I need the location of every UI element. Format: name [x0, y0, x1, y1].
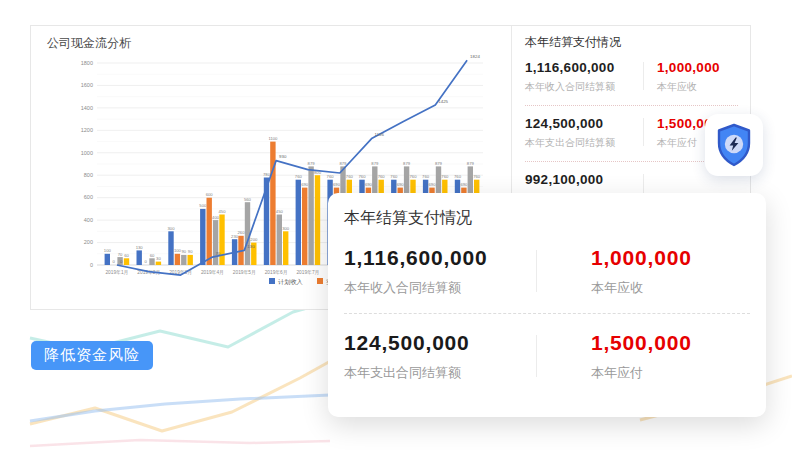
- risk-badge[interactable]: 降低资金风险: [31, 341, 153, 370]
- svg-text:780: 780: [263, 172, 271, 177]
- svg-text:70: 70: [118, 252, 123, 257]
- svg-text:450: 450: [219, 209, 227, 214]
- svg-text:0: 0: [90, 262, 93, 268]
- svg-text:1800: 1800: [81, 60, 93, 66]
- expense-settlement-label: 本年支出合同结算额: [525, 136, 643, 150]
- svg-text:1200: 1200: [81, 127, 93, 133]
- svg-text:690: 690: [460, 182, 468, 187]
- svg-text:计划收入: 计划收入: [278, 278, 303, 285]
- settlement-stats-title: 本年结算支付情况: [525, 34, 750, 51]
- svg-text:1400: 1400: [81, 105, 93, 111]
- svg-text:760: 760: [346, 174, 354, 179]
- svg-text:760: 760: [422, 174, 430, 179]
- svg-text:930: 930: [279, 154, 287, 159]
- svg-text:1425: 1425: [438, 99, 448, 104]
- svg-text:2019年4月: 2019年4月: [201, 270, 224, 276]
- svg-text:760: 760: [410, 174, 418, 179]
- overlay-row-expense: 124,500,000 本年支出合同结算额 1,500,000 本年应付: [344, 331, 750, 382]
- svg-text:450: 450: [276, 209, 284, 214]
- svg-text:800: 800: [84, 172, 93, 178]
- overlay-expense-label: 本年支出合同结算额: [344, 364, 536, 382]
- svg-text:879: 879: [308, 161, 316, 166]
- svg-text:760: 760: [390, 174, 398, 179]
- svg-text:560: 560: [244, 197, 252, 202]
- settlement-overlay-card: 本年结算支付情况 1,116,600,000 本年收入合同结算额 1,000,0…: [328, 193, 766, 417]
- shield-lightning-icon: [714, 123, 754, 167]
- svg-text:1126: 1126: [375, 132, 385, 137]
- svg-text:690: 690: [333, 182, 341, 187]
- svg-text:760: 760: [473, 174, 481, 179]
- expense-settlement-value: 124,500,000: [525, 116, 643, 131]
- svg-text:1000: 1000: [81, 150, 93, 156]
- stat-row-income: 1,116,600,000 本年收入合同结算额 1,000,000 本年应收: [525, 60, 750, 94]
- svg-text:690: 690: [301, 182, 309, 187]
- svg-text:130: 130: [136, 245, 144, 250]
- svg-text:690: 690: [397, 182, 405, 187]
- dashed-divider: [344, 313, 750, 314]
- svg-text:200: 200: [250, 237, 258, 242]
- svg-text:2019年1月: 2019年1月: [105, 270, 128, 276]
- overlay-payable-label: 本年应付: [591, 364, 692, 382]
- svg-text:260: 260: [238, 230, 246, 235]
- svg-text:2019年5月: 2019年5月: [233, 270, 256, 276]
- svg-text:70: 70: [215, 251, 220, 256]
- overlay-row-income: 1,116,600,000 本年收入合同结算额 1,000,000 本年应收: [344, 246, 750, 297]
- svg-text:300: 300: [168, 226, 176, 231]
- overlay-receivable-value: 1,000,000: [591, 246, 692, 270]
- overlay-income-value: 1,116,600,000: [344, 246, 536, 270]
- svg-text:879: 879: [339, 161, 347, 166]
- overlay-expense-value: 124,500,000: [344, 331, 536, 355]
- svg-text:690: 690: [365, 182, 373, 187]
- overlay-payable-value: 1,500,000: [591, 331, 692, 355]
- svg-text:879: 879: [435, 161, 443, 166]
- receivable-value: 1,000,000: [657, 60, 720, 75]
- overlay-receivable-label: 本年应收: [591, 279, 692, 297]
- svg-text:879: 879: [467, 161, 475, 166]
- svg-text:300: 300: [282, 226, 290, 231]
- svg-text:760: 760: [454, 174, 462, 179]
- svg-text:400: 400: [84, 217, 93, 223]
- dotted-divider: [525, 105, 738, 106]
- svg-text:100: 100: [104, 248, 112, 253]
- svg-text:760: 760: [327, 174, 335, 179]
- svg-text:90: 90: [188, 249, 193, 254]
- balance-value: 992,100,000: [525, 172, 643, 187]
- svg-text:760: 760: [441, 174, 449, 179]
- svg-text:400: 400: [212, 215, 220, 220]
- svg-text:690: 690: [429, 182, 437, 187]
- svg-text:760: 760: [378, 174, 386, 179]
- svg-text:500: 500: [199, 203, 207, 208]
- svg-text:760: 760: [359, 174, 367, 179]
- svg-text:1600: 1600: [81, 82, 93, 88]
- svg-text:0: 0: [144, 259, 147, 264]
- svg-text:60: 60: [124, 253, 129, 258]
- svg-text:200: 200: [84, 239, 93, 245]
- svg-text:600: 600: [84, 194, 93, 200]
- security-shield-card[interactable]: [705, 114, 763, 176]
- dashboard-screen: 公司现金流分析 02004006008001000120014001600180…: [0, 0, 792, 459]
- svg-text:2019年6月: 2019年6月: [265, 270, 288, 276]
- svg-text:760: 760: [295, 174, 303, 179]
- svg-text:1824: 1824: [470, 54, 480, 59]
- svg-text:2019年7月: 2019年7月: [296, 270, 319, 276]
- income-settlement-label: 本年收入合同结算额: [525, 80, 643, 94]
- svg-text:1100: 1100: [268, 136, 278, 141]
- svg-text:30: 30: [156, 256, 161, 261]
- svg-text:879: 879: [403, 161, 411, 166]
- svg-text:879: 879: [371, 161, 379, 166]
- svg-text:0: 0: [113, 259, 116, 264]
- overlay-title: 本年结算支付情况: [344, 208, 750, 229]
- income-settlement-value: 1,116,600,000: [525, 60, 643, 75]
- receivable-label: 本年应收: [657, 80, 720, 94]
- svg-text:600: 600: [206, 192, 214, 197]
- svg-text:90: 90: [181, 249, 186, 254]
- svg-text:100: 100: [174, 248, 182, 253]
- svg-text:60: 60: [150, 253, 155, 258]
- overlay-income-label: 本年收入合同结算额: [344, 279, 536, 297]
- svg-text:130: 130: [247, 244, 255, 249]
